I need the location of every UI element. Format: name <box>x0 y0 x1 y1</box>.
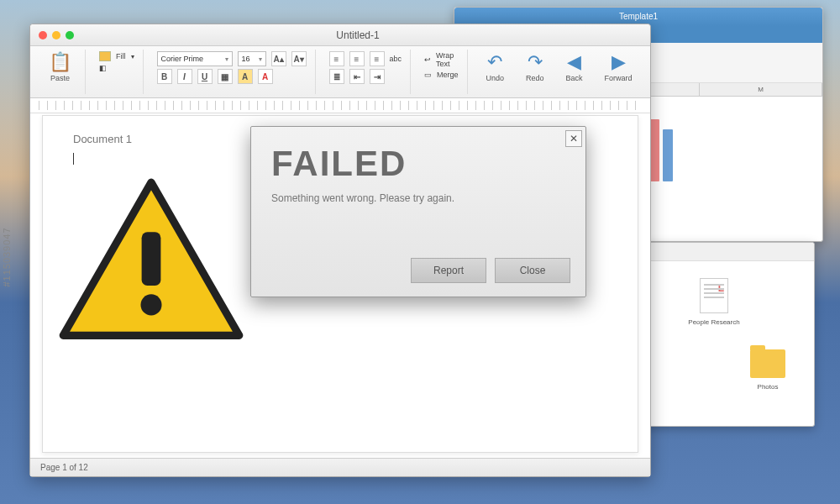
decrease-font-button[interactable]: A▾ <box>291 51 307 66</box>
folder-icon <box>750 349 785 378</box>
fill-label: Fill <box>116 52 126 60</box>
clear-icon[interactable]: ◧ <box>99 64 107 72</box>
redo-icon: ↷ <box>528 53 543 71</box>
italic-button[interactable]: I <box>177 69 192 84</box>
font-family-select[interactable]: Corier Prime <box>157 51 233 66</box>
document-title: Untitled-1 <box>74 29 642 41</box>
titlebar: Untitled-1 <box>30 24 650 46</box>
report-button[interactable]: Report <box>411 258 486 283</box>
document-icon <box>700 278 728 313</box>
font-color-button[interactable]: A <box>258 69 273 84</box>
back-button[interactable]: ◀Back <box>561 51 588 84</box>
font-size-select[interactable]: 16 <box>238 51 266 66</box>
underline-button[interactable]: U <box>197 69 213 84</box>
dialog-close-x-button[interactable]: ✕ <box>565 130 582 147</box>
back-icon: ◀ <box>567 53 581 71</box>
col-header[interactable]: M <box>700 83 822 96</box>
indent-left-button[interactable]: ⇤ <box>349 69 365 84</box>
watermark-text: #115039047 <box>2 227 12 286</box>
chart-bar <box>663 129 673 181</box>
window-controls <box>39 31 74 39</box>
align-left-button[interactable]: ≡ <box>329 51 344 66</box>
border-button[interactable]: ▦ <box>218 69 233 84</box>
merge-icon[interactable]: ▭ <box>424 71 432 79</box>
forward-icon: ▶ <box>612 53 626 71</box>
dialog-title: FAILED <box>251 127 585 189</box>
fill-icon[interactable] <box>99 51 111 61</box>
paste-icon: 📋 <box>49 53 71 71</box>
dialog-message: Something went wrong. Please try again. <box>251 189 585 207</box>
redo-button[interactable]: ↷Redo <box>521 51 549 84</box>
status-bar: Page 1 of 12 <box>30 458 650 476</box>
align-right-button[interactable]: ≡ <box>370 51 385 66</box>
undo-icon: ↶ <box>487 53 502 71</box>
abc-label: abc <box>390 55 402 63</box>
forward-button[interactable]: ▶Forward <box>600 51 638 84</box>
undo-button[interactable]: ↶Undo <box>481 51 510 84</box>
file-item-photos[interactable]: Photos <box>738 349 797 391</box>
file-item-people-research[interactable]: People Research <box>685 278 743 326</box>
text-cursor <box>73 153 74 165</box>
justify-button[interactable]: ≣ <box>329 69 344 84</box>
wrap-text-icon[interactable]: ↩ <box>424 55 431 64</box>
increase-font-button[interactable]: A▴ <box>271 51 286 66</box>
indent-right-button[interactable]: ⇥ <box>370 69 385 84</box>
fill-color-button[interactable]: A <box>238 69 253 84</box>
bold-button[interactable]: B <box>157 69 172 84</box>
align-center-button[interactable]: ≡ <box>349 51 365 66</box>
error-dialog: ✕ FAILED Something went wrong. Please tr… <box>250 126 586 297</box>
close-window-button[interactable] <box>39 31 47 39</box>
close-button[interactable]: Close <box>495 258 570 283</box>
ribbon-toolbar: 📋 Paste Fill ▾ ◧ Corier Prime 16 A▴ A▾ B <box>30 46 650 98</box>
minimize-window-button[interactable] <box>52 31 60 39</box>
horizontal-ruler[interactable] <box>30 98 650 113</box>
paste-button[interactable]: 📋 Paste <box>44 51 76 84</box>
maximize-window-button[interactable] <box>66 31 74 39</box>
